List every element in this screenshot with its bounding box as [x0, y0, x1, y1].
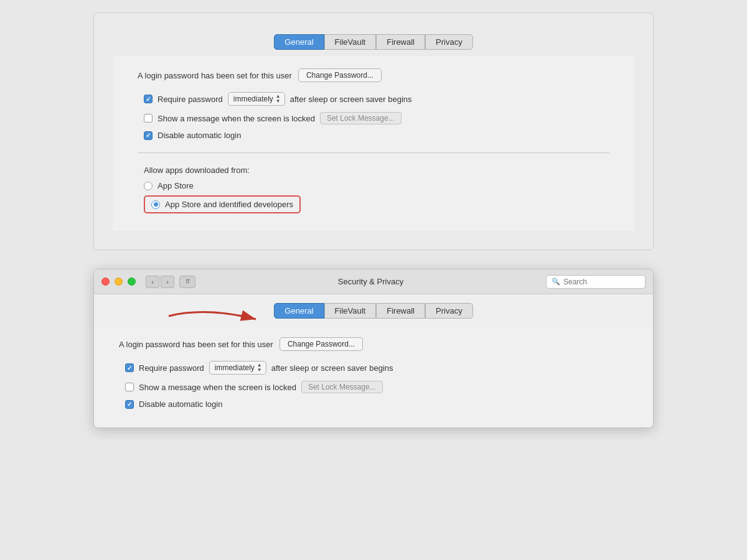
change-password-button-top[interactable]: Change Password... — [298, 68, 382, 82]
require-password-label-top: Require password — [157, 95, 223, 104]
bottom-content-area: A login password has been set for this u… — [94, 325, 653, 427]
disable-autologin-label-top: Disable automatic login — [157, 131, 241, 140]
disable-autologin-row-bottom: Disable automatic login — [125, 399, 628, 409]
window-body: General FileVault Firewall Privacy A log… — [94, 294, 653, 427]
grid-button[interactable]: ⠿ — [179, 276, 195, 288]
password-timing-dropdown-bottom[interactable]: immediately ▲ ▼ — [209, 361, 266, 375]
tab-firewall-top[interactable]: Firewall — [376, 34, 425, 50]
require-password-checkbox-bottom[interactable] — [125, 363, 134, 372]
tab-firewall-bottom[interactable]: Firewall — [376, 303, 425, 319]
require-password-row-bottom: Require password immediately ▲ ▼ after s… — [125, 361, 628, 375]
tab-privacy-bottom[interactable]: Privacy — [425, 303, 473, 319]
show-message-label-top: Show a message when the screen is locked — [157, 114, 315, 123]
password-timing-value-top: immediately — [233, 95, 273, 103]
tab-filevault-bottom[interactable]: FileVault — [324, 303, 377, 319]
search-icon: 🔍 — [552, 278, 560, 286]
nav-buttons: ‹ › — [146, 276, 174, 288]
app-store-radio-row: App Store — [144, 181, 609, 190]
minimize-button[interactable] — [115, 278, 123, 286]
tab-general-bottom[interactable]: General — [274, 303, 324, 319]
arrow-annotation — [156, 301, 281, 332]
close-button[interactable] — [101, 278, 110, 286]
show-message-row-bottom: Show a message when the screen is locked… — [125, 381, 628, 393]
login-password-row-bottom: A login password has been set for this u… — [119, 337, 628, 351]
set-lock-message-button-bottom[interactable]: Set Lock Message... — [301, 381, 383, 393]
after-sleep-label-top: after sleep or screen saver begins — [290, 95, 412, 104]
app-store-dev-radio-row: App Store and identified developers — [144, 195, 609, 213]
show-message-checkbox-bottom[interactable] — [125, 383, 134, 391]
allow-apps-section: Allow apps downloaded from: App Store Ap… — [138, 166, 609, 213]
require-password-checkbox-top[interactable] — [144, 95, 153, 103]
app-store-dev-radio[interactable] — [151, 200, 160, 209]
search-input[interactable] — [563, 278, 638, 286]
login-password-text-bottom: A login password has been set for this u… — [119, 340, 273, 349]
tab-general-top[interactable]: General — [274, 34, 324, 50]
back-button[interactable]: ‹ — [146, 276, 159, 288]
top-panel: General FileVault Firewall Privacy A log… — [93, 12, 654, 250]
search-box: 🔍 — [546, 275, 646, 289]
disable-autologin-row-top: Disable automatic login — [144, 131, 609, 140]
disable-autologin-checkbox-bottom[interactable] — [125, 400, 134, 409]
password-timing-dropdown-top[interactable]: immediately ▲ ▼ — [228, 92, 285, 106]
disable-autologin-label-bottom: Disable automatic login — [139, 399, 222, 409]
login-password-text: A login password has been set for this u… — [138, 71, 292, 80]
show-message-label-bottom: Show a message when the screen is locked — [139, 383, 296, 392]
login-password-row: A login password has been set for this u… — [138, 68, 609, 82]
set-lock-message-button-top[interactable]: Set Lock Message... — [320, 112, 402, 124]
top-content-area: A login password has been set for this u… — [113, 56, 634, 231]
tab-privacy-top[interactable]: Privacy — [425, 34, 473, 50]
app-store-dev-option-label: App Store and identified developers — [165, 200, 293, 209]
require-password-label-bottom: Require password — [139, 363, 204, 373]
app-store-dev-highlighted[interactable]: App Store and identified developers — [144, 195, 301, 213]
divider-top — [138, 152, 609, 153]
dropdown-arrows-top: ▲ ▼ — [276, 94, 281, 104]
tab-filevault-top[interactable]: FileVault — [324, 34, 377, 50]
app-store-radio[interactable] — [144, 182, 153, 190]
password-timing-value-bottom: immediately — [215, 363, 255, 372]
app-store-option-label: App Store — [157, 181, 194, 190]
disable-autologin-checkbox-top[interactable] — [144, 131, 153, 140]
show-message-checkbox-top[interactable] — [144, 114, 153, 123]
top-tab-bar: General FileVault Firewall Privacy — [113, 26, 634, 56]
forward-button[interactable]: › — [161, 276, 174, 288]
allow-apps-label: Allow apps downloaded from: — [144, 166, 609, 175]
change-password-button-bottom[interactable]: Change Password... — [280, 337, 363, 351]
require-password-row-top: Require password immediately ▲ ▼ after s… — [144, 92, 609, 106]
maximize-button[interactable] — [128, 278, 136, 286]
window-title: Security & Privacy — [200, 277, 541, 286]
window-titlebar: ‹ › ⠿ Security & Privacy 🔍 — [94, 269, 653, 294]
show-message-row-top: Show a message when the screen is locked… — [144, 112, 609, 124]
after-sleep-label-bottom: after sleep or screen saver begins — [271, 363, 393, 373]
dropdown-arrows-bottom: ▲ ▼ — [257, 363, 262, 373]
bottom-window: ‹ › ⠿ Security & Privacy 🔍 General FileV… — [93, 269, 654, 428]
